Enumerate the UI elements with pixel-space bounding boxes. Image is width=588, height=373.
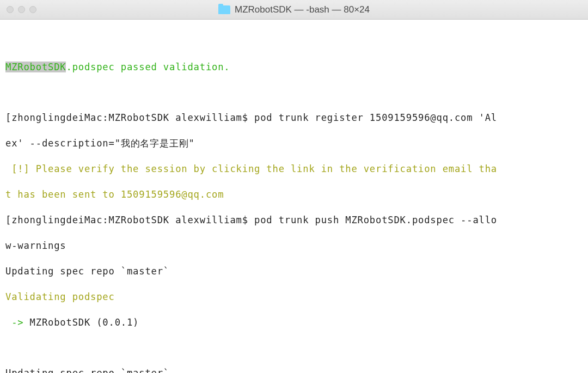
cmd-register-wrap: ex' --description="我的名字是王刚": [5, 137, 583, 150]
cmd-push-part1: pod trunk push MZRobotSDK.podspec --allo: [254, 215, 497, 225]
blank-line: [5, 87, 583, 99]
validation-suffix: .podspec passed validation.: [66, 62, 230, 72]
cmd-push-wrap: w-warnings: [5, 240, 583, 252]
blank-line: [5, 342, 583, 354]
titlebar: MZRobotSDK — -bash — 80×24: [0, 0, 588, 20]
cmd-register-part1: pod trunk register 1509159596@qq.com 'Al: [254, 112, 497, 123]
prompt-register-line: [zhonglingdeiMac:MZRobotSDK alexwilliam$…: [5, 112, 583, 124]
verify-warning-line-a: [!] Please verify the session by clickin…: [5, 163, 583, 175]
minimize-window-button[interactable]: [18, 6, 25, 13]
traffic-lights: [0, 6, 36, 13]
folder-icon: [218, 5, 230, 14]
prompt-push-line: [zhonglingdeiMac:MZRobotSDK alexwilliam$…: [5, 214, 583, 227]
validating-podspec: Validating podspec: [5, 291, 583, 303]
zoom-window-button[interactable]: [29, 6, 36, 13]
close-window-button[interactable]: [7, 6, 14, 13]
validation-line: MZRobotSDK.podspec passed validation.: [5, 61, 583, 74]
arrow-line: -> MZRobotSDK (0.0.1): [5, 316, 583, 329]
prompt-1: [zhonglingdeiMac:MZRobotSDK alexwilliam$: [5, 112, 254, 123]
window-title-area: MZRobotSDK — -bash — 80×24: [218, 4, 370, 15]
terminal-output[interactable]: MZRobotSDK.podspec passed validation. [z…: [0, 20, 588, 373]
blank-line: [5, 35, 583, 48]
arrow-spec: MZRobotSDK (0.0.1): [30, 317, 139, 328]
prompt-2: [zhonglingdeiMac:MZRobotSDK alexwilliam$: [5, 215, 254, 225]
updating-spec-2: Updating spec repo `master`: [5, 367, 583, 373]
verify-warning-line-b: t has been sent to 1509159596@qq.com: [5, 188, 583, 201]
window-title: MZRobotSDK — -bash — 80×24: [235, 4, 370, 15]
arrow-marker: ->: [5, 317, 30, 328]
spec-name-highlight: MZRobotSDK: [5, 62, 66, 72]
updating-spec-1: Updating spec repo `master`: [5, 265, 583, 278]
